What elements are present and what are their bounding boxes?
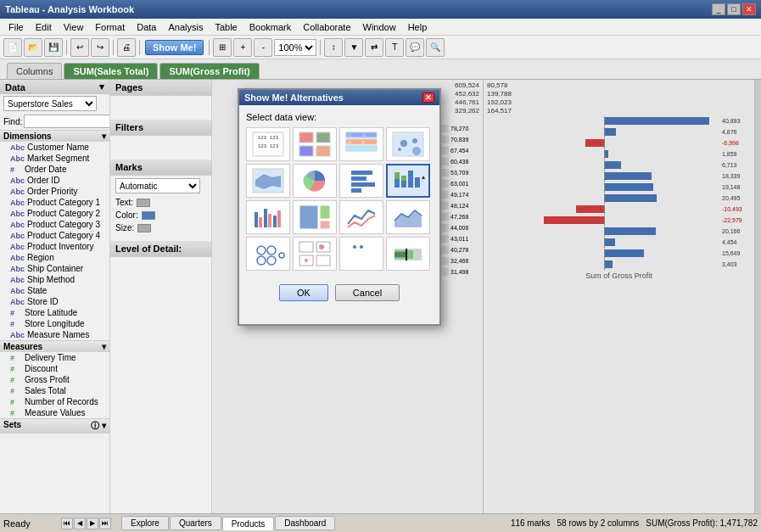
dim-region[interactable]: AbcRegion	[0, 252, 109, 263]
sheet-products[interactable]: Products	[222, 517, 274, 530]
dim-measure-names[interactable]: AbcMeasure Names	[0, 329, 109, 340]
save-button[interactable]: 💾	[44, 38, 63, 57]
modal-overlay: Show Me! Alternatives ✕ Select data view…	[212, 80, 761, 513]
dim-store-id[interactable]: AbcStore ID	[0, 296, 109, 307]
find-input[interactable]	[24, 115, 110, 128]
size-swatch[interactable]	[137, 224, 151, 232]
dim-state[interactable]: AbcState	[0, 285, 109, 296]
dim-product-inventory[interactable]: AbcProduct Inventory	[0, 241, 109, 252]
menu-format[interactable]: Format	[90, 20, 130, 34]
fit-button[interactable]: ⊞	[213, 38, 232, 57]
filter-button[interactable]: ▼	[344, 38, 363, 57]
color-swatch[interactable]	[142, 211, 155, 220]
new-button[interactable]: 📄	[3, 38, 22, 57]
menu-view[interactable]: View	[59, 20, 89, 34]
maximize-button[interactable]: □	[727, 3, 741, 15]
sheet-explore[interactable]: Explore	[121, 516, 169, 530]
chart-type-scatter[interactable]	[293, 237, 337, 271]
menu-edit[interactable]: Edit	[31, 20, 57, 34]
data-arrow: ▾	[99, 81, 104, 92]
dim-store-long[interactable]: #Store Longitude	[0, 318, 109, 329]
dim-order-date[interactable]: #Order Date	[0, 164, 109, 175]
chart-type-horizontal-bars[interactable]	[339, 164, 383, 198]
menu-data[interactable]: Data	[131, 20, 161, 34]
marks-type-select[interactable]: Automatic	[115, 178, 200, 193]
label-button[interactable]: T	[385, 38, 404, 57]
zoom-in-button[interactable]: +	[233, 38, 252, 57]
last-sheet-button[interactable]: ⏭	[99, 518, 111, 529]
gross-profit-tab[interactable]: SUM(Gross Profit)	[159, 63, 259, 79]
ok-button[interactable]: OK	[279, 284, 328, 301]
zoom-select[interactable]: 100%	[274, 39, 316, 56]
chart-type-pie-chart[interactable]	[293, 164, 337, 198]
tooltip-button[interactable]: 💬	[406, 38, 424, 57]
menu-window[interactable]: Window	[358, 20, 401, 34]
svg-rect-35	[259, 217, 262, 227]
show-me-button[interactable]: Show Me!	[145, 40, 204, 55]
chart-type-symbol-map[interactable]	[386, 127, 430, 161]
prev-sheet-button[interactable]: ◀	[74, 518, 86, 529]
zoom-out-button[interactable]: -	[254, 38, 272, 57]
print-button[interactable]: 🖨	[117, 38, 136, 57]
dim-customer-name[interactable]: AbcCustomer Name	[0, 142, 109, 153]
meas-num-records[interactable]: #Number of Records	[0, 396, 109, 407]
svg-rect-34	[255, 212, 258, 227]
cancel-button[interactable]: Cancel	[335, 284, 400, 301]
chart-type-line-chart[interactable]	[339, 200, 383, 234]
meas-gross-profit[interactable]: #Gross Profit	[0, 374, 109, 385]
meas-delivery-time[interactable]: #Delivery Time	[0, 352, 109, 363]
menu-help[interactable]: Help	[403, 20, 433, 34]
dim-product-cat4[interactable]: AbcProduct Category 4	[0, 230, 109, 241]
chart-type-side-by-side-bars[interactable]	[246, 200, 290, 234]
modal-close-button[interactable]: ✕	[422, 92, 434, 103]
dim-product-cat3[interactable]: AbcProduct Category 3	[0, 219, 109, 230]
dim-ship-method[interactable]: AbcShip Method	[0, 274, 109, 285]
menu-collaborate[interactable]: Collaborate	[298, 20, 355, 34]
sheet-dashboard[interactable]: Dashboard	[275, 516, 335, 530]
sales-total-tab[interactable]: SUM(Sales Total)	[64, 63, 158, 79]
chart-type-heat-map[interactable]	[293, 127, 337, 161]
chart-type-dual-lines[interactable]	[246, 237, 290, 271]
columns-tab[interactable]: Columns	[7, 63, 62, 79]
meas-measure-values[interactable]: #Measure Values	[0, 407, 109, 418]
chart-type-bullet[interactable]	[386, 237, 430, 271]
menu-bookmark[interactable]: Bookmark	[244, 20, 297, 34]
undo-button[interactable]: ↩	[70, 38, 89, 57]
swap-button[interactable]: ⇄	[365, 38, 383, 57]
dim-store-lat[interactable]: #Store Latitude	[0, 307, 109, 318]
svg-point-17	[400, 140, 407, 147]
chart-type-highlight-table[interactable]: 11 -11 22 33	[339, 127, 383, 161]
open-button[interactable]: 📂	[24, 38, 42, 57]
dim-product-cat2[interactable]: AbcProduct Category 2	[0, 208, 109, 219]
close-button[interactable]: ✕	[742, 3, 756, 15]
dim-product-cat1[interactable]: AbcProduct Category 1	[0, 197, 109, 208]
chart-type-filled-map[interactable]	[246, 164, 290, 198]
dim-market-segment[interactable]: AbcMarket Segment	[0, 153, 109, 164]
separator-4	[209, 40, 210, 55]
search-button[interactable]: 🔍	[426, 38, 445, 57]
dim-order-id[interactable]: AbcOrder ID	[0, 175, 109, 186]
minimize-button[interactable]: _	[712, 3, 725, 15]
modal-footer: OK Cancel	[239, 277, 439, 308]
sort-button[interactable]: ↕	[324, 38, 343, 57]
dim-ship-container[interactable]: AbcShip Container	[0, 263, 109, 274]
chart-type-text-table[interactable]: 123 123 123 123	[246, 127, 290, 161]
sheet-quarters[interactable]: Quarters	[170, 516, 221, 530]
next-sheet-button[interactable]: ▶	[87, 518, 98, 529]
svg-rect-39	[277, 210, 281, 227]
data-panel: Data ▾ Superstore Sales Find: Dimensions…	[0, 80, 110, 513]
first-sheet-button[interactable]: ⏮	[61, 518, 73, 529]
chart-type-area-chart[interactable]	[386, 200, 430, 234]
meas-sales-total[interactable]: #Sales Total	[0, 385, 109, 396]
menu-table[interactable]: Table	[210, 20, 242, 34]
chart-type-stacked-bars[interactable]	[386, 164, 430, 198]
text-swatch[interactable]	[137, 199, 150, 207]
chart-type-gantt[interactable]	[339, 237, 383, 271]
menu-file[interactable]: File	[3, 20, 29, 34]
chart-type-treemap[interactable]	[293, 200, 337, 234]
meas-discount[interactable]: #Discount	[0, 363, 109, 374]
data-source-select[interactable]: Superstore Sales	[3, 96, 97, 111]
dim-order-priority[interactable]: AbcOrder Priority	[0, 186, 109, 197]
redo-button[interactable]: ↪	[91, 38, 109, 57]
menu-analysis[interactable]: Analysis	[163, 20, 208, 34]
